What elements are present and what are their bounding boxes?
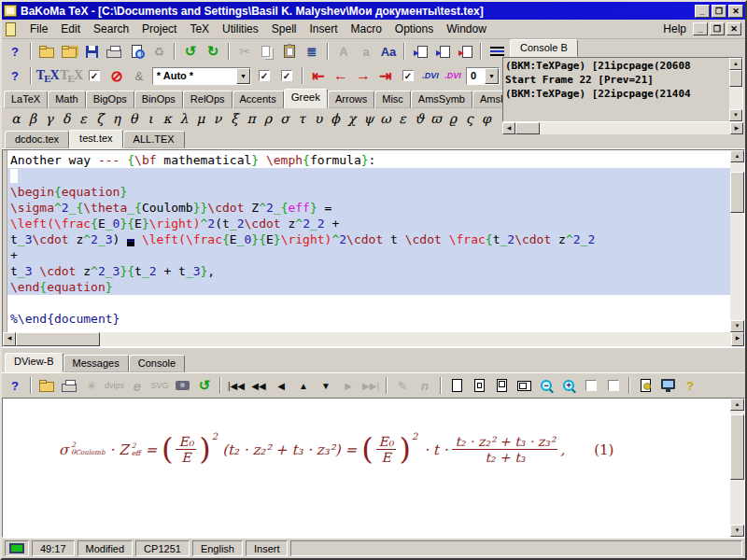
- scroll-thumb[interactable]: [729, 70, 742, 87]
- toolbar-copy-files[interactable]: [59, 42, 79, 61]
- greek-symbol-16[interactable]: σ: [276, 111, 293, 126]
- greek-symbol-15[interactable]: ρ: [260, 111, 276, 126]
- toolbar-copy[interactable]: [257, 42, 277, 61]
- console-output[interactable]: (BKM:TeXPage) [21ipcpage(20608Start Fram…: [503, 58, 729, 121]
- toolbar-undo[interactable]: ↺: [180, 42, 201, 61]
- toolbar-lowercase[interactable]: a: [356, 42, 376, 61]
- toolbar-print-document[interactable]: [104, 42, 124, 61]
- toolbar-option-check-3[interactable]: ✓: [398, 66, 418, 85]
- toolbar-preview-find[interactable]: [126, 42, 147, 61]
- bottom-tab-console[interactable]: Console: [129, 355, 185, 372]
- toolbar-format-paragraph[interactable]: [455, 42, 475, 61]
- toolbar-auto-mode-check[interactable]: ✓: [84, 66, 105, 85]
- toolbar-ampersand[interactable]: &: [129, 66, 149, 85]
- symbol-tab-bigops[interactable]: BigOps: [86, 91, 134, 108]
- greek-symbol-6[interactable]: η: [108, 111, 125, 126]
- doc-tab-all-tex[interactable]: ALL.TEX: [123, 131, 185, 148]
- console-vscrollbar[interactable]: ▲ ▼: [729, 58, 742, 121]
- console-tab[interactable]: Console B: [510, 39, 578, 57]
- greek-symbol-23[interactable]: ε: [394, 111, 411, 126]
- toolbar-format-combo[interactable]: * Auto *▼: [151, 66, 252, 85]
- toolbar-print-dvi[interactable]: [59, 376, 79, 395]
- toolbar-option-check-2[interactable]: ✓: [276, 66, 297, 85]
- menu-macro[interactable]: Macro: [344, 21, 388, 37]
- option-check-3-checkbox[interactable]: ✓: [402, 70, 414, 81]
- toolbar-view-page-wide[interactable]: [514, 376, 534, 395]
- toolbar-reload[interactable]: ↺: [194, 376, 215, 395]
- greek-symbol-2[interactable]: γ: [41, 111, 58, 126]
- toolbar-redo[interactable]: ↻: [203, 42, 223, 61]
- menu-edit[interactable]: Edit: [54, 21, 87, 37]
- greek-symbol-8[interactable]: ι: [142, 111, 159, 126]
- scroll-down-icon[interactable]: ▼: [730, 320, 744, 332]
- toolbar-view-page[interactable]: [446, 376, 467, 395]
- toolbar-option-check-1[interactable]: ✓: [254, 66, 275, 85]
- menu-utilities[interactable]: Utilities: [216, 21, 265, 37]
- greek-symbol-17[interactable]: τ: [293, 111, 310, 126]
- toolbar-export-image[interactable]: [172, 376, 192, 395]
- greek-symbol-25[interactable]: ϖ: [428, 111, 444, 126]
- greek-symbol-12[interactable]: ν: [209, 111, 226, 126]
- greek-symbol-20[interactable]: χ: [344, 111, 360, 126]
- toolbar-back-1[interactable]: ◀: [271, 376, 291, 395]
- toolbar-page-up[interactable]: ▲: [293, 376, 314, 395]
- greek-symbol-5[interactable]: ζ: [92, 111, 108, 126]
- toolbar-break-compile[interactable]: ⊘: [106, 66, 127, 85]
- toolbar-export-svg[interactable]: SVG: [149, 376, 170, 395]
- auto-mode-check-checkbox[interactable]: ✓: [89, 70, 100, 81]
- doc-tab-test-tex[interactable]: test.tex: [69, 130, 122, 148]
- toolbar-export-pdf[interactable]: ✳: [81, 376, 102, 395]
- restore-button[interactable]: ❐: [712, 5, 726, 18]
- symbol-tab-arrows[interactable]: Arrows: [328, 91, 374, 108]
- greek-symbol-3[interactable]: δ: [58, 111, 75, 126]
- greek-symbol-28[interactable]: φ: [478, 111, 495, 126]
- toolbar-paste[interactable]: [279, 42, 300, 61]
- scroll-thumb[interactable]: [16, 332, 100, 346]
- toolbar-zoom-in[interactable]: +: [558, 376, 579, 395]
- toolbar-page-number-combo[interactable]: 0▼: [465, 66, 500, 85]
- toolbar-outdent-paragraph[interactable]: [432, 42, 453, 61]
- symbol-tab-amssymb[interactable]: AmsSymb: [411, 91, 472, 108]
- option-check-1-checkbox[interactable]: ✓: [259, 70, 270, 81]
- symbol-tab-greek[interactable]: Greek: [284, 89, 328, 108]
- scroll-up-icon[interactable]: ▲: [730, 399, 744, 411]
- view-check-2-checkbox[interactable]: [608, 380, 619, 391]
- toolbar-recycle-bin[interactable]: ♻: [148, 42, 169, 61]
- greek-symbol-9[interactable]: κ: [159, 111, 176, 126]
- toolbar-render-settings[interactable]: [635, 376, 655, 395]
- scroll-thumb[interactable]: [730, 414, 744, 480]
- toolbar-help[interactable]: ?: [5, 42, 25, 61]
- toolbar-annotate-pen[interactable]: ✎: [392, 376, 413, 395]
- toolbar-zoom-out[interactable]: −: [536, 376, 557, 395]
- toolbar-forward-1[interactable]: ▶: [338, 376, 359, 395]
- toolbar-cut[interactable]: ✂: [234, 42, 255, 61]
- bottom-tab-messages[interactable]: Messages: [63, 355, 129, 372]
- toolbar-view-page-corner[interactable]: [491, 376, 512, 395]
- doc-tab-dcdoc-tex[interactable]: dcdoc.tex: [5, 131, 69, 148]
- toolbar-view-check-1[interactable]: [581, 376, 601, 395]
- symbol-tab-accents[interactable]: Accents: [233, 91, 284, 108]
- toolbar-goto-first[interactable]: |◀◀: [226, 376, 247, 395]
- greek-symbol-4[interactable]: ε: [75, 111, 92, 126]
- greek-symbol-0[interactable]: α: [7, 111, 24, 126]
- toolbar-goto-last[interactable]: ▶▶|: [360, 376, 381, 395]
- toolbar-next-page[interactable]: →: [353, 66, 374, 85]
- option-check-2-checkbox[interactable]: ✓: [281, 70, 292, 81]
- scroll-right-icon[interactable]: ▶: [731, 332, 744, 346]
- menu-window[interactable]: Window: [440, 21, 493, 37]
- greek-symbol-7[interactable]: θ: [125, 111, 142, 126]
- toolbar-first-page[interactable]: ⇤: [308, 66, 329, 85]
- toolbar-sort-lines[interactable]: ≣: [302, 42, 322, 61]
- toolbar-toggle-case[interactable]: Aa: [378, 42, 399, 61]
- mdi-minimize-button[interactable]: _: [693, 22, 708, 35]
- mdi-close-button[interactable]: ✕: [726, 22, 741, 35]
- toolbar-dvi-forward-search[interactable]: .DVI: [443, 66, 463, 85]
- toolbar-indent-paragraph[interactable]: [410, 42, 430, 61]
- toolbar-prev-page[interactable]: ←: [331, 66, 351, 85]
- toolbar-view-check-2[interactable]: [603, 376, 624, 395]
- menu-tex[interactable]: TeX: [183, 21, 216, 37]
- console-hscrollbar[interactable]: ◀ ▶: [502, 122, 743, 134]
- toolbar-open-file[interactable]: [36, 42, 57, 61]
- scroll-up-icon[interactable]: ▲: [730, 150, 744, 162]
- toolbar-help-tex[interactable]: ?: [5, 66, 25, 85]
